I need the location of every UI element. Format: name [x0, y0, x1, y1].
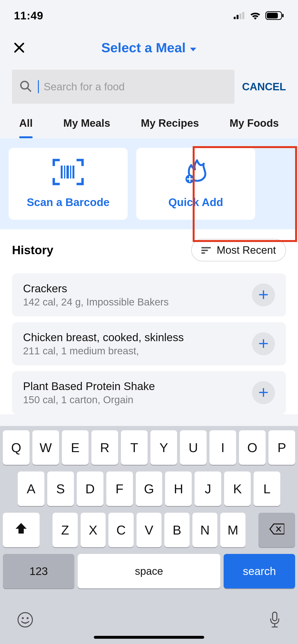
- key-a[interactable]: A: [18, 472, 44, 506]
- cellular-icon: [234, 12, 245, 19]
- tab-my-recipes[interactable]: My Recipes: [134, 113, 206, 138]
- history-item[interactable]: Crackers 142 cal, 24 g, Impossible Baker…: [12, 273, 286, 316]
- key-q[interactable]: Q: [3, 430, 30, 465]
- history-item-detail: 211 cal, 1 medium breast,: [23, 345, 245, 357]
- flame-plus-icon: [183, 159, 209, 185]
- key-k[interactable]: K: [224, 472, 251, 506]
- keyboard: Q W E R T Y U I O P A S D F G H J K L Z …: [0, 426, 298, 644]
- key-backspace[interactable]: [258, 513, 295, 547]
- plus-icon: [258, 338, 269, 350]
- svg-rect-12: [70, 166, 71, 178]
- plus-icon: [258, 387, 269, 398]
- svg-rect-11: [66, 166, 69, 178]
- key-w[interactable]: W: [32, 430, 59, 465]
- quick-add-label: Quick Add: [169, 196, 223, 209]
- key-search[interactable]: search: [224, 554, 295, 588]
- key-h[interactable]: H: [165, 472, 192, 506]
- scan-barcode-label: Scan a Barcode: [27, 196, 109, 209]
- backspace-icon: [269, 522, 284, 538]
- history-item-name: Plant Based Protein Shake: [23, 380, 245, 393]
- svg-line-8: [28, 88, 31, 91]
- add-item-button[interactable]: [252, 284, 275, 306]
- key-emoji[interactable]: [17, 612, 33, 628]
- key-shift[interactable]: [3, 513, 40, 547]
- key-p[interactable]: P: [268, 430, 295, 465]
- plus-icon: [258, 290, 269, 301]
- history-item[interactable]: Plant Based Protein Shake 150 cal, 1 car…: [12, 371, 286, 414]
- page-title-text: Select a Meal: [101, 40, 186, 55]
- key-space[interactable]: space: [78, 554, 220, 588]
- keyboard-row-2: A S D F G H J K L: [3, 472, 295, 506]
- history-item-detail: 142 cal, 24 g, Impossible Bakers: [23, 296, 245, 308]
- key-e[interactable]: E: [62, 430, 89, 465]
- search-icon: [19, 80, 32, 94]
- history-item-name: Chicken breast, cooked, skinless: [23, 331, 245, 344]
- home-indicator[interactable]: [94, 636, 204, 639]
- key-d[interactable]: D: [77, 472, 103, 506]
- svg-point-20: [27, 617, 29, 619]
- key-t[interactable]: T: [121, 430, 147, 465]
- svg-rect-21: [272, 612, 277, 621]
- tabs: All My Meals My Recipes My Foods: [0, 113, 298, 138]
- key-y[interactable]: Y: [151, 430, 177, 465]
- action-cards-strip[interactable]: Meal Scan a Barcode Qu: [0, 138, 298, 229]
- header: Select a Meal: [0, 26, 298, 70]
- keyboard-row-3: Z X C V B N M: [3, 513, 295, 547]
- svg-rect-1: [237, 15, 238, 19]
- add-item-button[interactable]: [252, 332, 275, 355]
- keyboard-row-4: 123 space search: [3, 554, 295, 588]
- svg-rect-16: [201, 250, 208, 251]
- key-numbers[interactable]: 123: [3, 554, 74, 588]
- quick-add-card[interactable]: Quick Add: [136, 148, 255, 220]
- tab-all[interactable]: All: [12, 113, 40, 138]
- status-bar: 11:49: [0, 0, 298, 26]
- key-f[interactable]: F: [106, 472, 133, 506]
- key-s[interactable]: S: [47, 472, 74, 506]
- meal-selector-dropdown[interactable]: Select a Meal: [12, 40, 286, 55]
- key-l[interactable]: L: [254, 472, 280, 506]
- scan-barcode-card[interactable]: Scan a Barcode: [9, 148, 128, 220]
- tab-my-foods[interactable]: My Foods: [222, 113, 286, 138]
- svg-point-19: [22, 617, 24, 619]
- search-row: CANCEL: [0, 70, 298, 113]
- battery-icon: [265, 11, 284, 20]
- barcode-icon: [53, 159, 84, 185]
- svg-rect-2: [239, 14, 241, 19]
- cancel-search-button[interactable]: CANCEL: [242, 81, 286, 93]
- search-input[interactable]: [44, 81, 227, 93]
- status-time: 11:49: [14, 9, 43, 22]
- close-icon: [13, 51, 26, 54]
- key-dictation[interactable]: [269, 611, 281, 629]
- sort-button[interactable]: Most Recent: [191, 239, 286, 262]
- history-item[interactable]: Chicken breast, cooked, skinless 211 cal…: [12, 322, 286, 365]
- history-title: History: [12, 243, 53, 257]
- key-u[interactable]: U: [180, 430, 207, 465]
- add-item-button[interactable]: [252, 381, 275, 404]
- key-z[interactable]: Z: [53, 513, 78, 547]
- history-item-detail: 150 cal, 1 carton, Orgain: [23, 394, 245, 406]
- key-g[interactable]: G: [136, 472, 163, 506]
- key-r[interactable]: R: [91, 430, 118, 465]
- history-item-name: Crackers: [23, 282, 245, 295]
- status-icons: [234, 11, 284, 20]
- key-o[interactable]: O: [239, 430, 266, 465]
- shift-icon: [15, 522, 28, 538]
- emoji-icon: [17, 625, 33, 628]
- key-b[interactable]: B: [164, 513, 190, 547]
- key-v[interactable]: V: [136, 513, 162, 547]
- keyboard-row-1: Q W E R T Y U I O P: [3, 430, 295, 465]
- search-box[interactable]: [12, 70, 234, 104]
- svg-rect-0: [234, 17, 236, 19]
- key-m[interactable]: M: [220, 513, 245, 547]
- key-c[interactable]: C: [108, 513, 134, 547]
- key-x[interactable]: X: [81, 513, 106, 547]
- text-cursor: [38, 80, 39, 93]
- microphone-icon: [269, 626, 281, 629]
- key-n[interactable]: N: [192, 513, 218, 547]
- chevron-down-icon: [190, 40, 197, 55]
- close-button[interactable]: [12, 41, 26, 55]
- key-j[interactable]: J: [195, 472, 221, 506]
- tab-my-meals[interactable]: My Meals: [56, 113, 117, 138]
- key-i[interactable]: I: [209, 430, 236, 465]
- svg-rect-10: [64, 166, 65, 178]
